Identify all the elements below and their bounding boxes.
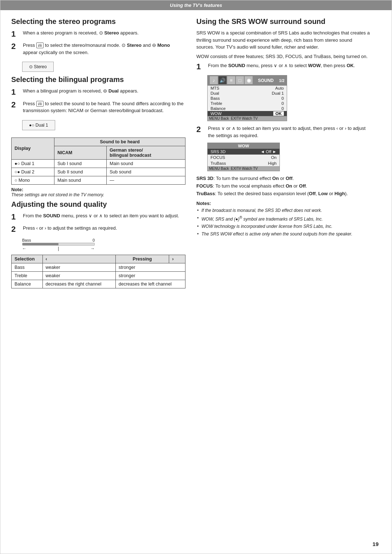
srs3d-label: SRS 3D xyxy=(211,149,226,154)
table-cell-german-3: — xyxy=(107,176,185,184)
sound-menu-footer: MENU Back EXIT# Watch TV xyxy=(208,116,287,121)
sound-step-1-text: From the SOUND menu, press ∨ or ∧ to sel… xyxy=(23,212,185,219)
sound-table-header-less: ‹ xyxy=(42,255,115,263)
sound-menu-row-treble: Treble 0 xyxy=(208,101,287,106)
sound-icon-2: 🔊 xyxy=(219,76,226,84)
dual-label: Dual xyxy=(211,91,219,95)
bass-slider-container: Bass 0 ← | → xyxy=(22,238,95,251)
wow-menu-row-trubass: TruBass High xyxy=(208,160,279,166)
srs3d-value: ◄ Off ► xyxy=(261,149,277,154)
sound-step-2-number: 2 xyxy=(11,225,21,234)
srs-intro: SRS WOW is a special combination of SRS … xyxy=(196,29,371,51)
bilingual-step-2-number: 2 xyxy=(11,100,21,110)
bass-arrow-left: ← xyxy=(22,246,26,251)
dual-value: Dual 1 xyxy=(272,91,284,95)
sound-table-treble: Treble xyxy=(12,271,43,280)
sound-menu-title: SOUND xyxy=(258,78,274,83)
sound-table-treble-more: stronger xyxy=(115,271,185,280)
bilingual-section-title: Selecting the bilingual programs xyxy=(11,75,185,84)
wow-value: OK xyxy=(273,111,284,116)
note-item-3: WOW technology is incorporated under lic… xyxy=(196,223,371,230)
wow-menu-title: WOW xyxy=(208,143,279,149)
bass-bar-fill xyxy=(23,243,58,245)
note-item-2: WOW, SRS and (●)® symbol are trademarks … xyxy=(196,215,371,222)
table-cell-nicam-1: Sub I sound xyxy=(54,159,107,168)
srs-step-2-number: 2 xyxy=(196,125,207,134)
table-cell-german-1: Main sound xyxy=(107,159,185,168)
sound-table-header-more: › xyxy=(169,255,185,263)
table-cell-german-2: Sub sound xyxy=(107,168,185,176)
sound-menu-page: 1/2 xyxy=(279,78,285,83)
sound-menu-header: ♪ 🔊 ≡ □ ◉ SOUND 1/2 xyxy=(208,75,287,86)
stereo-step-1: 1 When a stereo program is received, ⊙ S… xyxy=(11,29,185,39)
bass-label: Bass xyxy=(22,238,31,242)
bilingual-section: Selecting the bilingual programs 1 When … xyxy=(11,75,185,197)
stereo-step-2-text: Press i/ii to select the stereo/monaural… xyxy=(23,42,185,56)
bass-arrow-right: → xyxy=(90,246,95,251)
sound-table-balance-more: decreases the left channel xyxy=(115,280,185,288)
sound-table-balance: Balance xyxy=(12,280,43,288)
srs3d-desc: SRS 3D: To turn the surround effect On o… xyxy=(196,175,371,197)
srs-intro2: WOW consists of three features; SRS 3D, … xyxy=(196,53,371,60)
mts-value: Auto xyxy=(275,86,284,90)
sound-quality-section: Adjusting the sound quality 1 From the S… xyxy=(11,200,185,288)
note-item-1: If the broadcast is monaural, the SRS 3D… xyxy=(196,208,371,214)
sound-menu-box: ♪ 🔊 ≡ □ ◉ SOUND 1/2 MTS Auto xyxy=(207,75,287,121)
sound-menu-row-wow: WOW OK xyxy=(208,111,287,116)
right-column: Using the SRS WOW surround sound SRS WOW… xyxy=(196,17,371,291)
stereo-steps: 1 When a stereo program is received, ⊙ S… xyxy=(11,29,185,56)
balance-label: Balance xyxy=(211,106,226,111)
wow-menu-footer: MENU Back EXIT# Watch TV xyxy=(208,166,279,171)
sound-menu-row-dual: Dual Dual 1 xyxy=(208,91,287,96)
sound-step-2-text: Press ‹ or › to adjust the settings as r… xyxy=(23,225,185,232)
top-bar-text: Using the TV's features xyxy=(170,3,222,8)
bass-tick: | xyxy=(58,246,59,251)
wow-menu-box: WOW SRS 3D ◄ Off ► FOCUS On TruBass High xyxy=(207,143,280,171)
content-area: Selecting the stereo programs 1 When a s… xyxy=(0,10,392,298)
note-text: These settings are not stored in the TV … xyxy=(11,192,185,197)
table-row: ○● Dual 2 Sub II sound Sub sound xyxy=(12,168,185,176)
sound-quality-title: Adjusting the sound quality xyxy=(11,200,185,209)
wow-label: WOW xyxy=(211,111,222,116)
sound-menu-row-mts: MTS Auto xyxy=(208,86,287,91)
srs-steps: 1 From the SOUND menu, press ∨ or ∧ to s… xyxy=(196,62,371,71)
sound-menu-row-bass: Bass 0 xyxy=(208,96,287,101)
table-row: ○ Mono Main sound — xyxy=(12,176,185,184)
sound-icon-4: □ xyxy=(236,76,244,84)
bass-label-menu: Bass xyxy=(211,96,220,100)
ii-button-2: i/ii xyxy=(36,101,44,107)
table-cell-display-1: ●○ Dual 1 xyxy=(12,159,54,168)
sound-table-header-pressing: Pressing xyxy=(115,255,169,263)
left-column: Selecting the stereo programs 1 When a s… xyxy=(11,17,185,291)
stereo-screen-box: ⊙ Stereo xyxy=(22,62,54,72)
wow-menu-row-srs3d: SRS 3D ◄ Off ► xyxy=(208,149,279,155)
sound-table-row: Treble weaker stronger xyxy=(12,271,185,280)
table-cell-display-3: ○ Mono xyxy=(12,176,54,184)
treble-label: Treble xyxy=(211,101,222,106)
srs-step-1-number: 1 xyxy=(196,62,207,71)
notes-list: If the broadcast is monaural, the SRS 3D… xyxy=(196,208,371,237)
note-item-4: The SRS WOW effect is active only when t… xyxy=(196,231,371,237)
sound-table-row: Balance decreases the right channel decr… xyxy=(12,280,185,288)
table-cell-nicam-2: Sub II sound xyxy=(54,168,107,176)
srs-section-title: Using the SRS WOW surround sound xyxy=(196,17,371,26)
sound-table-row: Bass weaker stronger xyxy=(12,263,185,271)
balance-value: 0 xyxy=(282,106,284,111)
sound-table-header-selection: Selection xyxy=(12,255,43,263)
sound-table-bass-less: weaker xyxy=(42,263,115,271)
bilingual-step-1: 1 When a bilingual program is received, … xyxy=(11,87,185,97)
top-bar: Using the TV's features xyxy=(0,0,392,10)
srs-steps-2: 2 Press ∨ or ∧ to select an item you wan… xyxy=(196,125,371,139)
wow-menu-row-focus: FOCUS On xyxy=(208,155,279,160)
stereo-step-2-number: 2 xyxy=(11,42,21,51)
bilingual-step-2: 2 Press i/ii to select the sound to be h… xyxy=(11,100,185,114)
bilingual-step-2-text: Press i/ii to select the sound to be hea… xyxy=(23,100,185,114)
sound-table-bass-more: stronger xyxy=(115,263,185,271)
stereo-section: Selecting the stereo programs 1 When a s… xyxy=(11,17,185,75)
sound-menu-icons: ♪ 🔊 ≡ □ ◉ xyxy=(210,76,253,84)
bass-bar xyxy=(22,243,95,246)
bass-value: 0 xyxy=(93,238,95,242)
sound-menu-row-balance: Balance 0 xyxy=(208,106,287,111)
wow-menu-container: WOW SRS 3D ◄ Off ► FOCUS On TruBass High xyxy=(207,143,371,171)
notes-label: Notes: xyxy=(196,201,371,206)
